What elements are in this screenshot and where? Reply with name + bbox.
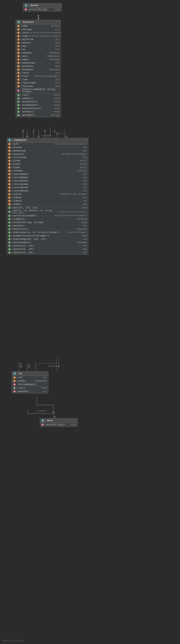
create-label-3: «create» [37, 410, 47, 412]
method-put: m ● put(int, int, int) void [7, 206, 88, 210]
field-havemain: f a havemain boolean [16, 68, 61, 71]
method-main: m ● main(String[]) void [40, 423, 77, 426]
field-info: f a info ArrayList<ArrayList<Integer>> [7, 142, 88, 146]
field-eleAC: f a eleAC int[] [7, 162, 88, 166]
method-getend: m ● getEnd() int [12, 390, 48, 393]
main-methods-section: m ● main(String[]) void [40, 423, 77, 426]
cubbyhole-class-icon: C [8, 139, 11, 142]
svg-marker-16 [20, 366, 22, 368]
field-recordabmax: f a recordabmax int [7, 176, 88, 179]
field-elec: f a elec CubbyHole [16, 54, 61, 58]
method-getname: m ○ getname() String [16, 114, 61, 117]
field-recordacmax: f a recordacmax int [7, 182, 88, 186]
field-hadopen: f a hadopen boolean [16, 51, 61, 54]
field-floorindex: f a floorindex int [16, 81, 61, 84]
method-isempty: m ● isempty() boolean [7, 218, 88, 221]
field-inele: f a inele ArrayList<ArrayList<Integer>> [16, 31, 61, 34]
method-get: m ● get(int, int, boolean, int, String, … [7, 210, 88, 214]
svg-marker-9 [57, 132, 58, 135]
svg-marker-31 [33, 130, 34, 132]
svg-marker-4 [26, 136, 28, 138]
method-in-run: m ● run() void [12, 386, 48, 390]
output-header: C ● OutPut [23, 3, 62, 8]
svg-marker-1 [38, 18, 39, 20]
in-fields-section: f a end int f a cubby CubbyHole [12, 376, 48, 383]
field-time: f a time int [16, 78, 61, 81]
field-recordbcmax: f a recordbcmax int [7, 189, 88, 192]
svg-marker-6 [38, 136, 40, 138]
diagram-canvas: C ● OutPut m ● print(String) void C ● El… [0, 0, 180, 644]
field-floor: f a floor ArrayList<Integer> [16, 74, 61, 78]
field-count: f a count int [16, 71, 61, 74]
method-getfirst: m ● getfirst(Integer) ArrayList<ArrayLis… [7, 214, 88, 218]
constructor-elevator: m ○ Elevator(CubbyHole, String, Integer) [16, 88, 61, 93]
field-mainto: f a mainto int [16, 41, 61, 44]
main-class-icon: C [41, 419, 44, 422]
field-to: f a to int [16, 48, 61, 51]
field-recordabmin: f a recordabmin int [7, 172, 88, 176]
method-setmain: m ○ setmain() void [16, 110, 61, 114]
method-run: m ● run() void [16, 93, 61, 97]
field-empty: f a empty boolean [16, 58, 61, 61]
cubbyhole-fields-section: f a info ArrayList<ArrayList<Integer>> f… [7, 142, 88, 206]
field-recordbcmin: f a recordbcmin int [7, 186, 88, 189]
svg-marker-12 [64, 136, 67, 138]
main-class: C ● Main m ● main(String[]) void [40, 418, 77, 426]
field-firstorder: f a firstorder int [7, 156, 88, 159]
field-eleeeee: f a eleeeee int[][] [7, 169, 88, 172]
elevator-header: C ● Elevator [16, 20, 61, 24]
method-pushpeople: m ○ pushpeople() void [16, 103, 61, 107]
field-eleBC: f a eleBC int[] [7, 166, 88, 169]
main-class-name: Main [47, 419, 53, 422]
method-setele: m ● setele(String, String) void [7, 221, 88, 224]
field-icon: f [17, 25, 20, 27]
field-end: f a end int [12, 376, 48, 379]
cubbyhole-methods-section: m ● put(int, int, int) void m ● get(int,… [7, 206, 88, 254]
field-temp: f a temp ArrayList<ArrayList<Integer>> [16, 34, 61, 38]
svg-marker-35 [54, 130, 55, 132]
field-mainfrom: f a mainfrom int [16, 38, 61, 41]
method-alleleempty: m ● alleleempty() boolean [7, 241, 88, 244]
output-class-icon: C [25, 4, 27, 7]
method-case2: m ● case2(int, int) int [7, 248, 88, 251]
in-class: C ● In f a end int f a cubby CubbyHole m… [12, 371, 48, 394]
field-peoplenum: f a peoplenum int [16, 61, 61, 64]
svg-marker-29 [22, 130, 24, 132]
method-jempty: m ● jempty() void [16, 97, 61, 100]
field-indexa: f a indexa int [7, 196, 88, 199]
cubbyhole-class: C ● CubbyHole f a info ArrayList<ArrayLi… [7, 138, 88, 254]
field-allele: f a allele HashMap<String, Integer> [7, 192, 88, 196]
method-huancheng: m ● huancheng(int, int, int) int [7, 238, 88, 241]
field-eletype: f a eletype int [16, 28, 61, 31]
elevator-class-name: Elevator [23, 21, 34, 24]
create-label-1: «create» [41, 135, 52, 137]
field-now: f a now int [16, 44, 61, 48]
elevator-constructor-section: m ○ Elevator(CubbyHole, String, Integer) [16, 88, 61, 93]
field-peoplein: f a peoplein int [16, 64, 61, 68]
method-case1: m ● case1(int, int) int [7, 244, 88, 248]
svg-marker-43 [54, 416, 55, 418]
in-class-name: In [19, 372, 22, 375]
create-label-2: «create» [48, 365, 58, 367]
elevator-fields-section: f a name String f a eletype int f a inel… [16, 24, 61, 88]
output-methods-section: m ● print(String) void [23, 8, 62, 11]
field-cubby-peoplenum: f a peoplenum int [7, 149, 88, 152]
field-elenum: f a elenum int [7, 146, 88, 149]
field-floormax: f a floormax int [16, 84, 61, 88]
field-indexb: f a indexb int [7, 199, 88, 202]
in-constructor-section: m ○ In(CubbyHole) [12, 383, 48, 386]
svg-marker-33 [44, 130, 46, 132]
method-elevatormove: m ○ elevatormove() void [16, 107, 61, 110]
method-icon-print: m [25, 8, 27, 11]
elevator-methods-section: m ● run() void m ● jempty() void m ○ get… [16, 93, 61, 117]
field-eleAB: f a eleAB int[] [7, 159, 88, 162]
elevator-class: C ● Elevator f a name String f a eletype… [16, 20, 61, 117]
output-class-name: OutPut [30, 4, 39, 7]
svg-marker-27 [38, 14, 39, 16]
method-eleget: m ● eleget(ArrayList<Integer>) void [7, 234, 88, 238]
method-getpeople: m ○ getpeople() void [16, 100, 61, 103]
output-class: C ● OutPut m ● print(String) void [23, 3, 62, 12]
method-havefirst: m ● havefirst() boolean [7, 228, 88, 231]
method-case3: m ● case3(int, int) int [7, 251, 88, 254]
field-cubby-peoplein: f a peoplein ArrayList<Integer> [7, 152, 88, 156]
